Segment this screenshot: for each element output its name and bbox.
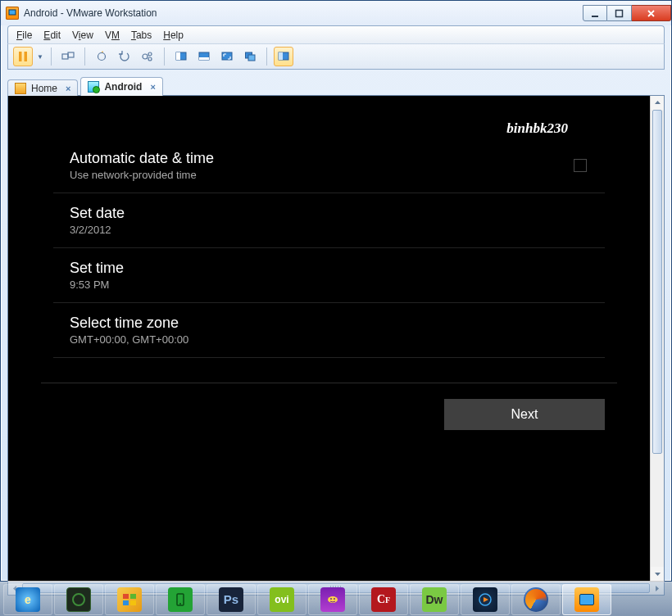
scroll-up-arrow[interactable] [651,96,664,110]
row-automatic-date-time[interactable]: Automatic date & time Use network-provid… [53,138,605,193]
svg-point-27 [330,598,332,600]
coldfusion-icon: CF [371,587,396,612]
svg-rect-3 [19,52,22,61]
svg-rect-5 [62,54,68,59]
task-coldfusion[interactable]: CF [359,584,408,615]
checkbox-auto-date-time[interactable] [574,159,587,172]
svg-rect-1 [592,16,598,17]
menu-file[interactable]: File [16,29,32,41]
media-player-icon [473,587,497,612]
setting-sub: GMT+00:00, GMT+00:00 [70,333,588,346]
tab-home[interactable]: Home × [7,79,78,97]
svg-rect-4 [25,52,28,61]
setting-title: Set date [70,205,588,222]
next-button[interactable]: Next [444,399,605,430]
svg-rect-21 [130,594,136,599]
menu-vm[interactable]: VM [105,29,120,41]
vmware-icon [6,7,19,20]
windows-flag-icon [117,587,142,612]
home-icon [15,83,26,94]
row-set-date[interactable]: Set date 3/2/2012 [53,193,605,248]
setting-sub: 9:53 PM [70,279,588,291]
current-view-button[interactable] [274,47,293,66]
task-ovi[interactable]: ovi [257,584,306,615]
menu-tabs[interactable]: Tabs [131,29,152,41]
svg-rect-14 [199,57,209,60]
svg-point-25 [179,603,181,605]
photoshop-icon: Ps [219,587,243,612]
vmware-taskbar-icon [574,587,599,612]
svg-rect-0 [9,10,16,15]
row-select-time-zone[interactable]: Select time zone GMT+00:00, GMT+00:00 [53,303,605,358]
android-setup-screen: binhbk230 Automatic date & time Use netw… [8,96,650,581]
svg-rect-17 [248,55,255,61]
setting-title: Select time zone [70,315,588,332]
svg-point-10 [148,57,152,61]
vm-console[interactable]: binhbk230 Automatic date & time Use netw… [8,96,650,581]
svg-rect-2 [616,10,623,16]
vertical-scrollbar[interactable] [650,96,664,581]
window-controls [583,5,671,21]
task-firefox[interactable] [511,584,561,615]
fullscreen-button[interactable] [217,47,237,66]
toolbar-sep [51,48,52,66]
task-dreamweaver[interactable]: Dw [410,584,459,615]
vm-icon [88,81,99,93]
scroll-down-arrow[interactable] [651,567,664,581]
pause-menu-drop[interactable]: ▼ [36,53,44,61]
snapshot-button[interactable] [92,47,111,66]
svg-rect-19 [279,52,283,60]
task-windows-explorer[interactable] [105,584,154,615]
close-button[interactable] [632,5,671,21]
setting-title: Set time [70,260,588,277]
taskbar: e Ps ovi CF Dw [0,582,672,616]
vm-stage-wrap: binhbk230 Automatic date & time Use netw… [7,96,665,596]
titlebar[interactable]: Android - VMware Workstation [1,1,671,25]
menu-edit[interactable]: Edit [43,29,61,41]
setting-sub: 3/2/2012 [70,224,588,236]
divider [41,383,617,383]
scroll-thumb-v[interactable] [652,110,662,454]
yahoo-icon [320,587,345,612]
tab-home-label: Home [31,83,57,94]
menu-help[interactable]: Help [163,29,184,41]
task-device-app[interactable] [156,584,205,615]
row-set-time[interactable]: Set time 9:53 PM [53,248,605,303]
task-internet-explorer[interactable]: e [3,584,52,615]
task-yahoo[interactable] [308,584,357,615]
svg-rect-23 [130,600,136,605]
svg-point-9 [148,52,152,56]
setting-sub: Use network-provided time [70,169,588,181]
toolbar-sep [164,48,165,66]
task-vmware-workstation[interactable] [562,584,611,615]
svg-rect-6 [68,52,74,57]
task-dark-app[interactable] [54,584,103,615]
settings-list: Automatic date & time Use network-provid… [53,138,605,358]
thumbnail-bar-button[interactable] [194,47,214,66]
device-icon [168,587,193,612]
show-console-button[interactable] [171,47,191,66]
ovi-icon: ovi [270,587,294,612]
pause-button[interactable] [13,47,33,66]
menu-view[interactable]: View [72,29,93,41]
devices-button[interactable] [58,47,78,66]
minimize-button[interactable] [583,5,607,21]
tab-android[interactable]: Android × [80,77,162,96]
toolbar: ▼ [7,43,665,70]
toolbar-sep [84,48,85,66]
revert-button[interactable] [115,47,134,66]
menubar: File Edit View VM Tabs Help [7,25,665,43]
toolbar-sep [266,48,267,66]
tab-home-close[interactable]: × [66,84,70,93]
task-media-player[interactable] [461,584,510,615]
manage-snapshots-button[interactable] [138,47,157,66]
task-photoshop[interactable]: Ps [207,584,256,615]
svg-rect-20 [123,594,129,599]
svg-point-7 [98,53,106,61]
unity-button[interactable] [240,47,260,66]
tab-android-label: Android [104,81,142,93]
vmware-window: Android - VMware Workstation File Edit V… [0,0,672,582]
tab-android-close[interactable]: × [150,82,155,92]
watermark-text: binhbk230 [506,120,568,137]
maximize-button[interactable] [607,5,632,21]
